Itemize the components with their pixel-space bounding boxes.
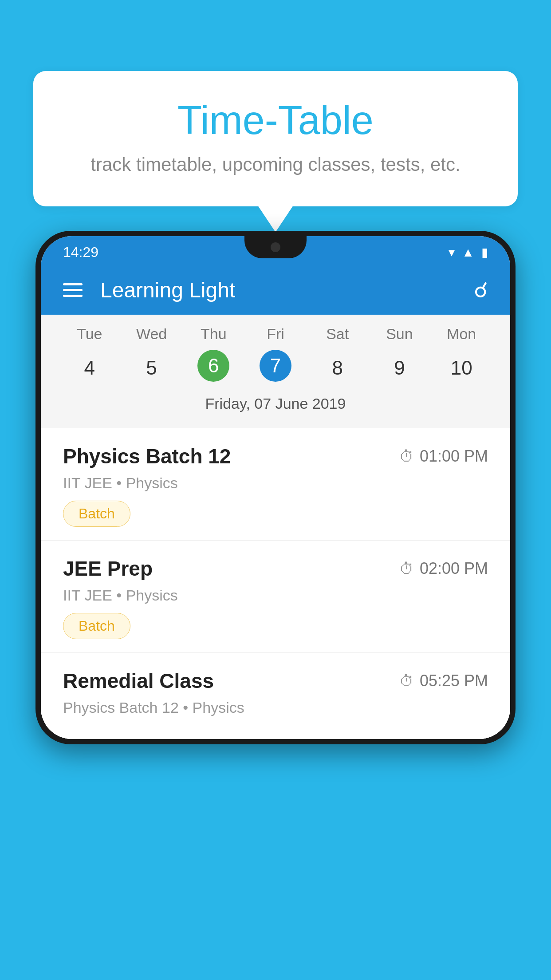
phone-device: 14:29 ▾ ▲ ▮ Learning Light ☌	[35, 231, 516, 744]
day-number[interactable]: 5	[121, 350, 183, 386]
day-header: Sat	[307, 325, 369, 343]
day-number[interactable]: 6	[197, 350, 229, 382]
time-text: 01:00 PM	[420, 447, 488, 466]
schedule-subtitle: IIT JEE • Physics	[63, 587, 488, 604]
clock-icon: ⏱	[399, 672, 414, 690]
schedule-title: Remedial Class	[63, 669, 214, 693]
phone-screen: 14:29 ▾ ▲ ▮ Learning Light ☌	[41, 236, 510, 739]
schedule-item[interactable]: JEE Prep⏱02:00 PMIIT JEE • PhysicsBatch	[41, 541, 510, 653]
speech-bubble-container: Time-Table track timetable, upcoming cla…	[33, 71, 518, 232]
clock-icon: ⏱	[399, 448, 414, 465]
selected-date-label: Friday, 07 June 2019	[59, 395, 492, 418]
schedule-title: Physics Batch 12	[63, 444, 231, 468]
calendar-section: TueWedThuFriSatSunMon 45678910 Friday, 0…	[41, 315, 510, 428]
day-header: Thu	[182, 325, 244, 343]
time-text: 05:25 PM	[420, 672, 488, 690]
day-numbers: 45678910	[59, 350, 492, 386]
app-bar: Learning Light ☌	[41, 265, 510, 315]
phone-notch	[244, 236, 307, 258]
schedule-item[interactable]: Physics Batch 12⏱01:00 PMIIT JEE • Physi…	[41, 428, 510, 541]
day-headers: TueWedThuFriSatSunMon	[59, 325, 492, 343]
bubble-arrow	[258, 205, 293, 232]
schedule-item[interactable]: Remedial Class⏱05:25 PMPhysics Batch 12 …	[41, 653, 510, 739]
day-header: Mon	[430, 325, 492, 343]
day-header: Tue	[59, 325, 121, 343]
signal-icon: ▲	[462, 245, 474, 260]
schedule-item-header: Remedial Class⏱05:25 PM	[63, 669, 488, 693]
schedule-item-header: Physics Batch 12⏱01:00 PM	[63, 444, 488, 468]
status-bar: 14:29 ▾ ▲ ▮	[41, 236, 510, 265]
search-button[interactable]: ☌	[474, 277, 488, 302]
hamburger-button[interactable]	[63, 283, 83, 297]
schedule-subtitle: IIT JEE • Physics	[63, 474, 488, 492]
batch-tag: Batch	[63, 613, 130, 639]
status-icons: ▾ ▲ ▮	[449, 245, 488, 260]
schedule-subtitle: Physics Batch 12 • Physics	[63, 699, 488, 716]
time-text: 02:00 PM	[420, 559, 488, 578]
schedule-item-header: JEE Prep⏱02:00 PM	[63, 557, 488, 581]
batch-tag: Batch	[63, 501, 130, 527]
day-header: Fri	[244, 325, 307, 343]
day-number[interactable]: 9	[369, 350, 431, 386]
clock-icon: ⏱	[399, 560, 414, 577]
speech-bubble: Time-Table track timetable, upcoming cla…	[33, 71, 518, 206]
app-title: Learning Light	[100, 278, 474, 302]
bubble-title: Time-Table	[69, 98, 482, 143]
battery-icon: ▮	[481, 245, 488, 260]
bubble-subtitle: track timetable, upcoming classes, tests…	[69, 154, 482, 175]
day-header: Sun	[369, 325, 431, 343]
phone-wrapper: 14:29 ▾ ▲ ▮ Learning Light ☌	[35, 231, 516, 980]
day-number[interactable]: 7	[260, 350, 291, 382]
day-header: Wed	[121, 325, 183, 343]
schedule-time: ⏱01:00 PM	[399, 447, 488, 466]
camera	[271, 242, 280, 252]
schedule-time: ⏱02:00 PM	[399, 559, 488, 578]
day-number[interactable]: 4	[59, 350, 121, 386]
schedule-time: ⏱05:25 PM	[399, 672, 488, 690]
status-time: 14:29	[63, 244, 98, 261]
day-number[interactable]: 10	[430, 350, 492, 386]
schedule-title: JEE Prep	[63, 557, 153, 581]
schedule-list: Physics Batch 12⏱01:00 PMIIT JEE • Physi…	[41, 428, 510, 739]
wifi-icon: ▾	[449, 245, 455, 260]
day-number[interactable]: 8	[307, 350, 369, 386]
